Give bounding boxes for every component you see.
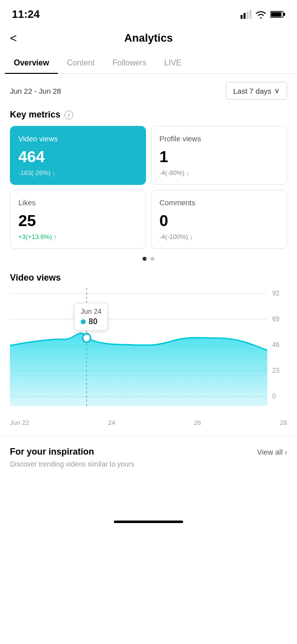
svg-rect-0 [241,15,243,19]
svg-point-13 [83,334,91,342]
metric-change-comments: -4(-100%) ↓ [159,233,279,240]
tab-live[interactable]: LIVE [155,53,191,73]
home-indicator [0,513,297,527]
inspiration-subtitle: Discover trending videos similar to your… [10,460,287,468]
tooltip-value-row: 80 [81,317,101,326]
chevron-right-icon: › [285,448,287,456]
tabs-bar: Overview Content Followers LIVE [0,53,297,74]
metric-card-comments: Comments 0 -4(-100%) ↓ [151,190,287,249]
header: < Analytics [0,27,297,53]
svg-text:0: 0 [272,393,276,401]
status-icons [241,10,285,19]
svg-text:69: 69 [272,315,279,323]
key-metrics-title: Key metrics [10,110,60,120]
date-range-row: Jun 22 - Jun 28 Last 7 days ∨ [0,74,297,108]
tooltip-dot [81,319,86,324]
metric-label-profile-views: Profile views [159,134,279,143]
metrics-grid: Video views 464 -163(-26%) ↓ Profile vie… [0,126,297,249]
info-icon[interactable]: i [64,111,73,119]
view-all-button[interactable]: View all › [257,448,287,456]
inspiration-section: For your inspiration View all › Discover… [0,437,297,473]
metric-card-profile-views: Profile views 1 -4(-80%) ↓ [151,126,287,185]
video-views-chart: 92 69 46 23 0 Jun 24 80 [10,288,287,417]
svg-rect-1 [244,13,246,19]
chart-svg: 92 69 46 23 0 [10,288,287,417]
tab-followers[interactable]: Followers [103,53,155,73]
x-label-28: 28 [280,419,287,426]
tab-overview[interactable]: Overview [5,53,58,73]
metric-value-likes: 25 [18,212,138,230]
svg-rect-5 [271,12,282,17]
wifi-icon [255,10,266,19]
x-label-26: 26 [194,419,201,426]
svg-text:46: 46 [272,341,279,349]
metric-card-likes: Likes 25 +3(+13.6%) ↑ [10,190,146,249]
svg-rect-2 [247,11,248,19]
svg-rect-3 [249,10,251,19]
status-bar: 11:24 [0,0,297,27]
back-button[interactable]: < [10,31,17,45]
metric-value-comments: 0 [159,212,279,230]
date-filter-button[interactable]: Last 7 days ∨ [226,82,287,100]
metric-value-video-views: 464 [18,148,138,166]
signal-icon [241,10,251,19]
svg-text:92: 92 [272,290,279,297]
metric-change-profile-views: -4(-80%) ↓ [159,169,279,176]
x-label-jun22: Jun 22 [10,419,29,426]
inspiration-header: For your inspiration View all › [10,447,287,457]
status-time: 11:24 [12,8,40,21]
video-views-section: Video views 9 [0,265,297,417]
tooltip-value: 80 [89,317,98,326]
date-range-text: Jun 22 - Jun 28 [10,87,61,95]
home-bar [114,521,183,523]
metric-value-profile-views: 1 [159,148,279,166]
metric-label-comments: Comments [159,198,279,207]
view-all-label: View all [257,448,283,456]
key-metrics-header: Key metrics i [0,108,297,126]
metric-change-video-views: -163(-26%) ↓ [18,169,138,176]
dot-2 [150,257,154,261]
chart-tooltip: Jun 24 80 [74,303,108,331]
svg-rect-6 [284,13,285,16]
svg-text:23: 23 [272,367,279,375]
tab-content[interactable]: Content [58,53,103,73]
battery-icon [270,10,285,18]
date-filter-label: Last 7 days [233,87,271,95]
chart-x-labels: Jun 22 24 26 28 [0,417,297,426]
video-views-section-title: Video views [10,273,287,283]
metric-card-video-views: Video views 464 -163(-26%) ↓ [10,126,146,185]
inspiration-title: For your inspiration [10,447,94,457]
x-label-24: 24 [108,419,115,426]
page-title: Analytics [124,32,173,45]
tooltip-date: Jun 24 [81,307,101,315]
metric-label-video-views: Video views [18,134,138,143]
metric-change-likes: +3(+13.6%) ↑ [18,233,138,240]
chevron-down-icon: ∨ [274,86,280,95]
page-dots [0,249,297,265]
dot-1 [143,257,147,261]
metric-label-likes: Likes [18,198,138,207]
